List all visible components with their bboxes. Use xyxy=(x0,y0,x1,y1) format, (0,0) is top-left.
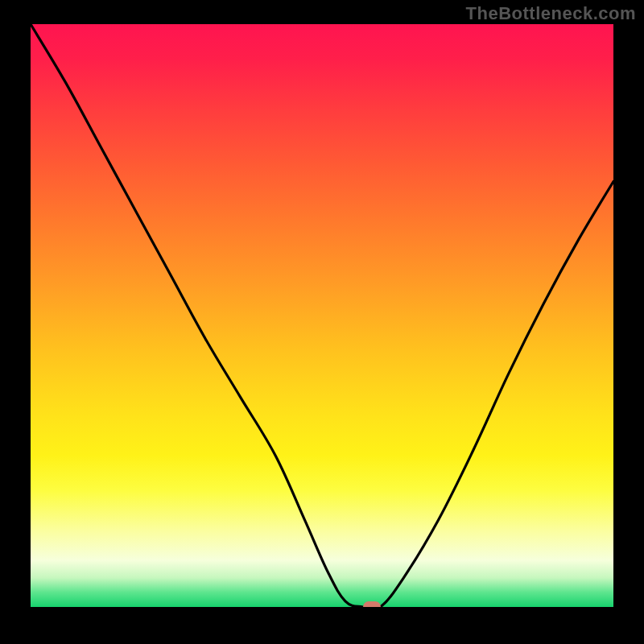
optimal-point-marker xyxy=(363,601,381,607)
chart-frame: TheBottleneck.com xyxy=(0,0,644,644)
attribution-watermark: TheBottleneck.com xyxy=(466,3,636,24)
curve-svg xyxy=(31,24,613,607)
bottleneck-curve xyxy=(31,24,613,607)
plot-area xyxy=(31,24,613,607)
